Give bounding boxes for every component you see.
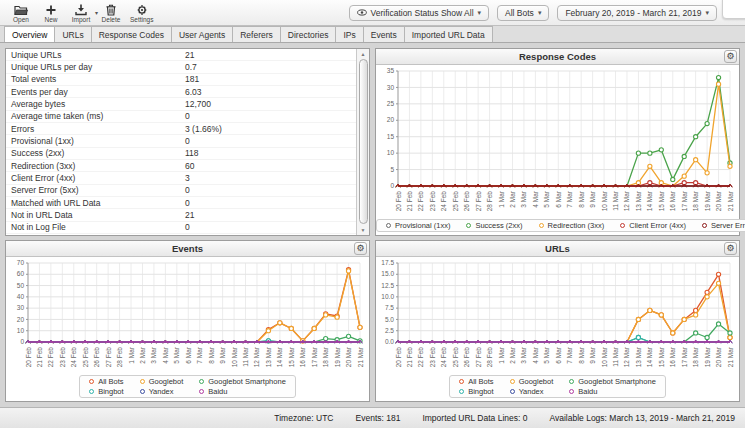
table-row[interactable]: Unique URLs21 [6,49,356,61]
svg-text:18 Mar: 18 Mar [692,190,699,211]
chart-settings-button[interactable]: ⚙ [724,242,737,255]
legend-label: Success (2xx) [475,221,522,230]
legend-dot [386,223,391,228]
svg-text:2 Mar: 2 Mar [509,346,516,363]
table-row[interactable]: Provisional (1xx)0 [6,135,356,147]
tab-user-agents[interactable]: User Agents [171,26,233,42]
import-icon [74,4,88,16]
svg-text:0.0: 0.0 [385,338,394,345]
svg-text:9 Mar: 9 Mar [589,190,596,207]
svg-text:5 Mar: 5 Mar [173,346,180,363]
svg-text:20 Mar: 20 Mar [715,190,722,211]
svg-text:10: 10 [17,327,25,334]
tab-events[interactable]: Events [363,26,405,42]
chart-settings-button[interactable]: ⚙ [354,242,367,255]
table-row[interactable]: Errors3 (1.66%) [6,123,356,135]
stat-value: 0 [181,136,356,146]
import-button[interactable]: Import ▾ [66,3,96,23]
legend-item-all-bots: All Bots [89,377,123,386]
verification-status-dropdown[interactable]: Verification Status Show All ▾ [349,5,490,21]
svg-text:10 Mar: 10 Mar [601,190,608,211]
svg-text:12.5: 12.5 [381,282,394,289]
tab-imported-url-data[interactable]: Imported URL Data [404,26,493,42]
stat-label: Client Error (4xx) [6,173,181,183]
table-row[interactable]: Not in Log File0 [6,222,356,234]
table-row[interactable]: Client Error (4xx)3 [6,172,356,184]
legend-dot [140,389,145,394]
svg-text:21 Feb: 21 Feb [36,347,43,368]
svg-text:13 Mar: 13 Mar [635,346,642,367]
tab-referers[interactable]: Referers [232,26,281,42]
svg-text:1 Mar: 1 Mar [498,346,505,363]
legend-item-bingbot: Bingbot [459,387,493,396]
log-analyser-window: Open New Import ▾ Delete Settings [0,0,745,428]
svg-text:12 Mar: 12 Mar [253,346,260,367]
svg-text:3 Mar: 3 Mar [150,346,157,363]
legend-dot [89,379,94,384]
table-row[interactable]: Server Error (5xx)0 [6,185,356,197]
svg-text:21 Mar: 21 Mar [727,190,734,211]
settings-button[interactable]: Settings [126,3,158,23]
table-row[interactable]: Success (2xx)118 [6,148,356,160]
stat-label: Matched with URL Data [6,198,181,208]
legend-dot [569,379,574,384]
scroll-up-icon[interactable]: ▲ [361,49,366,59]
svg-text:15 Mar: 15 Mar [658,346,665,367]
delete-button[interactable]: Delete [96,3,126,23]
status-item: Imported URL Data Lines: 0 [422,413,527,423]
chart-title: Response Codes [519,51,596,62]
legend-item-yandex: Yandex [140,387,184,396]
stat-value: 21 [181,210,356,220]
gear-icon: ⚙ [726,51,734,61]
svg-text:10 Mar: 10 Mar [231,346,238,367]
svg-text:20: 20 [387,116,395,123]
legend-item-googlebot-smartphone: Googlebot Smartphone [199,377,286,386]
new-button[interactable]: New [36,3,66,23]
svg-text:10: 10 [387,149,395,156]
legend-item-baidu: Baidu [199,387,286,396]
table-row[interactable]: Not in URL Data21 [6,209,356,221]
stat-value: 181 [181,74,356,84]
tab-ips[interactable]: IPs [335,26,363,42]
chart-settings-button[interactable]: ⚙ [724,50,737,63]
stat-label: Errors [6,124,181,134]
tab-response-codes[interactable]: Response Codes [91,26,172,42]
chevron-down-icon: ▾ [538,9,542,17]
legend-dot [140,379,145,384]
stats-scrollbar[interactable]: ▲ ▼ [356,49,369,235]
legend-label: Googlebot [149,377,184,386]
svg-text:9 Mar: 9 Mar [589,346,596,363]
tab-directories[interactable]: Directories [280,26,337,42]
svg-text:11 Mar: 11 Mar [242,346,249,367]
date-range-dropdown[interactable]: February 20, 2019 - March 21, 2019 ▾ [557,5,717,21]
table-row[interactable]: Unique URLs per day0.7 [6,61,356,73]
svg-text:0: 0 [390,182,394,189]
svg-text:30: 30 [387,84,395,91]
svg-text:28 Feb: 28 Feb [116,347,123,368]
open-button[interactable]: Open [6,3,36,23]
tab-overview[interactable]: Overview [4,26,55,42]
legend-label: Redirection (3xx) [548,221,605,230]
bots-filter-dropdown[interactable]: All Bots ▾ [497,5,549,21]
new-button-label: New [44,16,57,23]
svg-text:20 Mar: 20 Mar [715,346,722,367]
table-row[interactable]: Average bytes12,700 [6,98,356,110]
legend-label: Baidu [578,387,597,396]
table-row[interactable]: Average time taken (ms)0 [6,111,356,123]
table-row[interactable]: Total events181 [6,74,356,86]
bots-filter-label: All Bots [505,8,534,18]
scrollbar-thumb[interactable] [359,59,368,224]
table-row[interactable]: Redirection (3xx)60 [6,160,356,172]
urls-legend: All BotsGooglebotGooglebot SmartphoneBin… [449,375,666,398]
table-row[interactable]: Events per day6.03 [6,86,356,98]
gear-icon [135,4,149,16]
svg-text:27 Feb: 27 Feb [475,191,482,212]
scroll-down-icon[interactable]: ▼ [361,225,366,235]
chevron-down-icon: ▾ [705,9,709,17]
svg-text:8 Mar: 8 Mar [578,346,585,363]
svg-text:28 Feb: 28 Feb [486,191,493,212]
tab-urls[interactable]: URLs [54,26,91,42]
stat-label: Provisional (1xx) [6,136,181,146]
date-range-label: February 20, 2019 - March 21, 2019 [565,8,701,18]
table-row[interactable]: Matched with URL Data0 [6,197,356,209]
